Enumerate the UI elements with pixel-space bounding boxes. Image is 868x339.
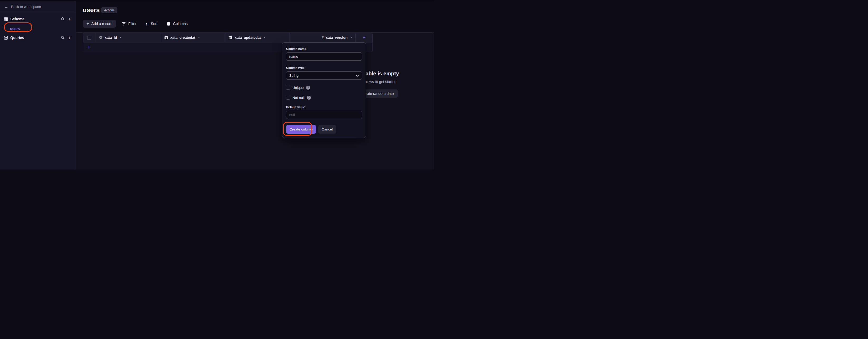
add-column-button[interactable]: + <box>356 33 372 42</box>
filter-funnel-icon <box>122 22 126 26</box>
column-type-select[interactable]: String <box>286 71 362 80</box>
sidebar-section-schema-label: Schema <box>10 17 25 21</box>
sort-button[interactable]: ↑↓ Sort <box>146 22 158 26</box>
column-header-xata-id-label: xata_id <box>105 36 117 39</box>
column-header-xata-createdat-label: xata_createdat <box>170 36 195 39</box>
add-record-label: Add a record <box>91 22 112 26</box>
main-header-band <box>76 1 434 32</box>
columns-label: Columns <box>173 22 187 26</box>
back-to-workspace-label: Back to workspace <box>11 5 41 9</box>
columns-button[interactable]: Columns <box>166 22 187 26</box>
unique-help-icon[interactable]: ? <box>306 86 310 90</box>
queries-code-icon <box>4 36 8 40</box>
queries-add-icon[interactable]: + <box>68 36 71 40</box>
sidebar: ← Back to workspace Schema + users <box>0 1 76 170</box>
columns-bars-icon <box>166 22 170 26</box>
column-header-xata-updatedat-label: xata_updatedat <box>235 36 261 39</box>
chevron-down-icon <box>356 75 359 77</box>
column-name-label: Column name <box>286 47 362 51</box>
select-all-checkbox[interactable] <box>87 36 91 40</box>
xata-updatedat-dropdown-icon[interactable]: ▼ <box>264 36 266 39</box>
not-null-option-row: Not null ? <box>286 96 362 100</box>
not-null-checkbox[interactable] <box>286 96 290 100</box>
main-content-band <box>76 32 434 170</box>
xata-version-dropdown-icon[interactable]: ▼ <box>350 36 352 39</box>
not-null-help-icon[interactable]: ? <box>307 96 311 100</box>
column-header-xata-createdat[interactable]: xata_createdat ▼ <box>161 33 225 42</box>
filter-button[interactable]: Filter <box>122 22 136 26</box>
create-column-button[interactable]: Create column <box>286 125 316 134</box>
column-header-xata-id[interactable]: xata_id ▼ <box>95 33 161 42</box>
create-column-popover: Column name Column type String Unique ? … <box>282 42 366 138</box>
sidebar-section-schema: Schema + <box>0 15 76 23</box>
back-to-workspace-link[interactable]: ← Back to workspace <box>0 1 76 12</box>
column-type-label: Column type <box>286 66 362 70</box>
add-row-button[interactable]: + <box>87 44 90 50</box>
column-header-xata-version-label: xata_version <box>326 36 348 39</box>
toolbar: + Add a record Filter ↑↓ Sort Columns <box>83 20 188 28</box>
column-name-input[interactable] <box>286 53 362 61</box>
plus-icon: + <box>87 22 89 26</box>
actions-button[interactable]: Actions <box>101 7 117 13</box>
add-record-button[interactable]: + Add a record <box>83 20 116 28</box>
sort-label: Sort <box>151 22 158 26</box>
select-all-cell <box>83 33 95 42</box>
default-value-label: Default value <box>286 105 362 109</box>
hash-icon: # <box>322 36 324 39</box>
table-header-row: xata_id ▼ xata_createdat ▼ <box>83 33 373 42</box>
queries-search-icon[interactable] <box>61 36 65 39</box>
schema-search-icon[interactable] <box>61 17 65 21</box>
not-null-label: Not null <box>292 96 305 100</box>
sidebar-item-users-table[interactable]: users <box>0 25 76 33</box>
unique-option-row: Unique ? <box>286 86 362 90</box>
page-title: users <box>83 6 100 14</box>
calendar-clock-icon <box>228 36 232 39</box>
filter-label: Filter <box>128 22 136 26</box>
fingerprint-icon <box>99 36 102 39</box>
sidebar-section-queries: Queries + <box>0 34 76 41</box>
schema-grid-icon <box>4 17 8 21</box>
column-header-xata-version[interactable]: # xata_version ▼ <box>290 33 356 42</box>
popover-buttons: Create column Cancel <box>286 125 362 134</box>
unique-label: Unique <box>292 86 304 90</box>
default-value-input[interactable] <box>286 111 362 119</box>
unique-checkbox[interactable] <box>286 86 290 90</box>
sidebar-section-queries-label: Queries <box>10 36 24 40</box>
calendar-clock-icon <box>164 36 168 39</box>
column-header-xata-updatedat[interactable]: xata_updatedat ▼ <box>225 33 290 42</box>
back-arrow-icon: ← <box>4 5 8 9</box>
column-type-value: String <box>289 73 299 78</box>
xata-createdat-dropdown-icon[interactable]: ▼ <box>198 36 200 39</box>
schema-add-table-icon[interactable]: + <box>68 17 71 21</box>
cancel-button[interactable]: Cancel <box>318 125 336 134</box>
sidebar-item-users-label: users <box>10 27 20 31</box>
sort-arrows-icon: ↑↓ <box>146 22 149 26</box>
xata-id-dropdown-icon[interactable]: ▼ <box>120 36 122 39</box>
